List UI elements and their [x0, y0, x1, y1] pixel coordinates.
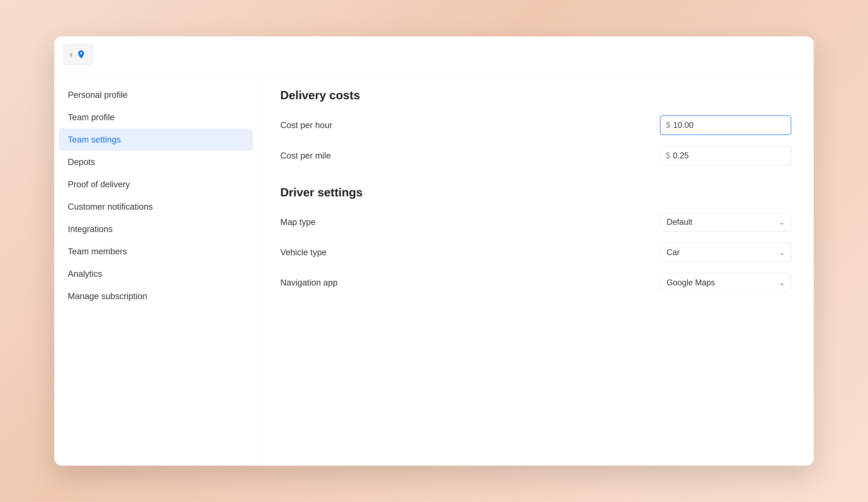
navigation-app-row: Navigation app Google Maps ⌄ — [280, 273, 791, 294]
cost-per-mile-label: Cost per mile — [280, 151, 331, 161]
vehicle-type-select[interactable]: Car ⌄ — [660, 243, 791, 262]
navigation-app-select[interactable]: Google Maps ⌄ — [660, 273, 791, 292]
back-arrow-icon: ‹ — [70, 50, 73, 59]
cost-per-mile-currency: $ — [666, 151, 670, 160]
delivery-costs-section: Delivery costs Cost per hour $ Cost per … — [280, 88, 791, 167]
sidebar-item-integrations[interactable]: Integrations — [54, 218, 257, 240]
cost-per-hour-currency: $ — [666, 121, 670, 130]
map-type-label: Map type — [280, 217, 316, 227]
cost-per-hour-input[interactable] — [673, 121, 785, 130]
vehicle-type-label: Vehicle type — [280, 248, 327, 257]
sidebar-item-team-settings[interactable]: Team settings — [59, 128, 253, 151]
cost-per-mile-input[interactable] — [673, 151, 785, 160]
map-type-value: Default — [666, 217, 692, 227]
sidebar-item-proof-of-delivery[interactable]: Proof of delivery — [54, 173, 257, 196]
sidebar-item-analytics[interactable]: Analytics — [54, 263, 257, 285]
cost-per-hour-row: Cost per hour $ — [280, 115, 791, 137]
sidebar-item-team-members[interactable]: Team members — [54, 240, 257, 263]
top-bar: ‹ — [54, 36, 814, 73]
sidebar-item-customer-notifications[interactable]: Customer notifications — [54, 196, 257, 218]
location-pin-icon — [75, 49, 87, 60]
map-type-select[interactable]: Default ⌄ — [660, 212, 791, 232]
map-type-row: Map type Default ⌄ — [280, 212, 791, 234]
vehicle-type-row: Vehicle type Car ⌄ — [280, 243, 791, 264]
chevron-down-icon: ⌄ — [779, 249, 785, 257]
delivery-costs-title: Delivery costs — [280, 88, 791, 102]
sidebar-item-personal-profile[interactable]: Personal profile — [54, 84, 257, 106]
navigation-app-value: Google Maps — [666, 278, 715, 287]
app-window: ‹ Personal profile Team profile Team set… — [54, 36, 814, 466]
cost-per-hour-label: Cost per hour — [280, 121, 332, 130]
sidebar-item-team-profile[interactable]: Team profile — [54, 106, 257, 128]
sidebar-item-depots[interactable]: Depots — [54, 151, 257, 173]
cost-per-mile-row: Cost per mile $ — [280, 146, 791, 167]
navigation-app-label: Navigation app — [280, 278, 338, 287]
main-content: Delivery costs Cost per hour $ Cost per … — [258, 73, 814, 466]
vehicle-type-value: Car — [666, 248, 680, 257]
back-nav-button[interactable]: ‹ — [63, 44, 94, 65]
sidebar-item-manage-subscription[interactable]: Manage subscription — [54, 285, 257, 307]
chevron-down-icon: ⌄ — [779, 279, 785, 287]
content-area: Personal profile Team profile Team setti… — [54, 73, 814, 466]
chevron-down-icon: ⌄ — [779, 218, 785, 226]
sidebar: Personal profile Team profile Team setti… — [54, 73, 258, 466]
driver-settings-title: Driver settings — [280, 186, 791, 199]
driver-settings-section: Driver settings Map type Default ⌄ Vehic… — [280, 186, 791, 294]
cost-per-mile-input-wrapper[interactable]: $ — [660, 146, 791, 165]
cost-per-hour-input-wrapper[interactable]: $ — [660, 115, 791, 135]
